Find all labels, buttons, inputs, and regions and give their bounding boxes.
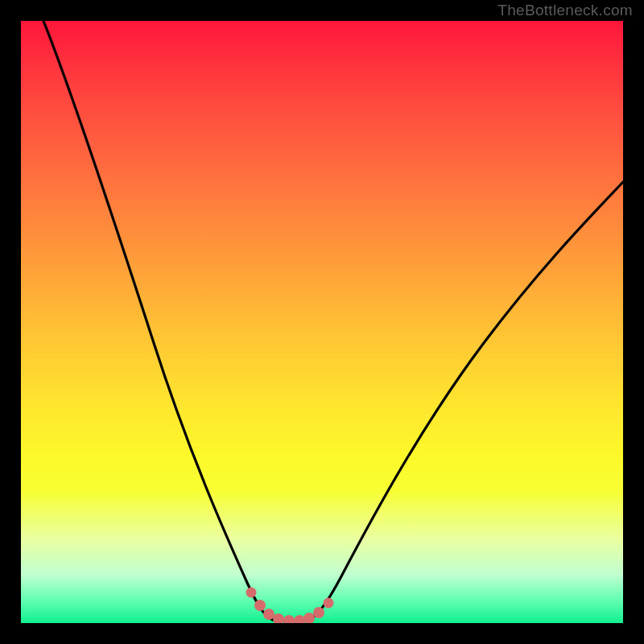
watermark-text: TheBottleneck.com: [497, 2, 633, 19]
trough-dot: [273, 613, 284, 623]
chart-stage: TheBottleneck.com: [0, 0, 644, 644]
trough-dot: [324, 598, 334, 609]
plot-area: [21, 21, 623, 623]
trough-dot: [254, 600, 266, 611]
trough-markers-group: [246, 588, 334, 624]
trough-dot: [246, 588, 257, 598]
trough-dot: [294, 615, 305, 623]
trough-dot: [263, 609, 275, 620]
trough-dot: [303, 613, 315, 623]
bottleneck-curve: [43, 21, 623, 621]
curve-layer: [21, 21, 623, 623]
trough-dot: [283, 615, 295, 623]
trough-dot: [313, 607, 324, 618]
